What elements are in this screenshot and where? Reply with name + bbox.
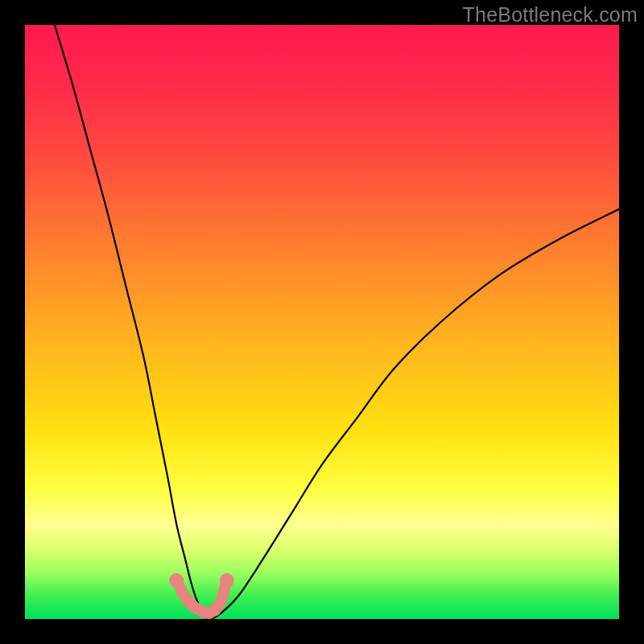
chart-frame: TheBottleneck.com bbox=[0, 0, 644, 644]
watermark-text: TheBottleneck.com bbox=[463, 3, 638, 27]
chart-plot-area bbox=[25, 25, 619, 619]
highlight-stroke bbox=[176, 580, 227, 613]
bottleneck-curve bbox=[55, 25, 619, 619]
chart-svg bbox=[25, 25, 619, 619]
